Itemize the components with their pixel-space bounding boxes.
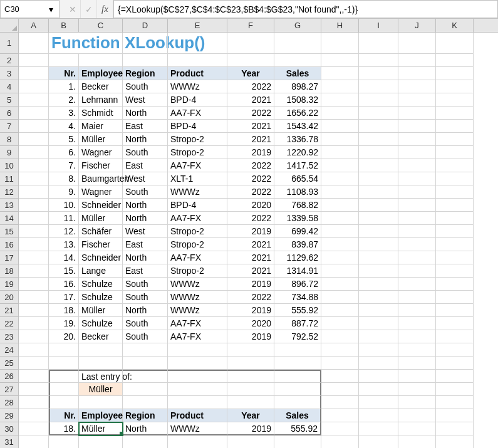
row-header[interactable]: 29: [0, 409, 19, 422]
data-nr[interactable]: 3.: [49, 107, 79, 120]
cell[interactable]: [321, 304, 359, 317]
cell[interactable]: [168, 357, 227, 370]
cell[interactable]: [359, 238, 398, 251]
cell[interactable]: [359, 33, 398, 54]
result-nr[interactable]: 18.: [49, 422, 79, 435]
data-year[interactable]: 2021: [227, 133, 274, 146]
cell[interactable]: [321, 409, 359, 422]
data-nr[interactable]: 2.: [49, 93, 79, 107]
data-product[interactable]: Stropo-2: [168, 264, 227, 278]
cell[interactable]: [359, 409, 398, 422]
row-header[interactable]: 18: [0, 264, 19, 278]
data-product[interactable]: Stropo-2: [168, 225, 227, 238]
cell[interactable]: [19, 93, 49, 107]
row-header[interactable]: 30: [0, 422, 19, 435]
cell[interactable]: [359, 304, 398, 317]
cell[interactable]: [436, 238, 474, 251]
data-nr[interactable]: 13.: [49, 238, 79, 251]
cell[interactable]: [321, 172, 359, 185]
cell[interactable]: [398, 278, 436, 291]
cell[interactable]: [436, 133, 474, 146]
cell[interactable]: [436, 120, 474, 133]
cell[interactable]: [398, 357, 436, 370]
cell[interactable]: [19, 33, 49, 54]
row-header[interactable]: 28: [0, 396, 19, 409]
cell[interactable]: [19, 383, 49, 396]
cell[interactable]: [398, 199, 436, 212]
row-header[interactable]: 21: [0, 304, 19, 317]
cell[interactable]: [436, 278, 474, 291]
box-cell[interactable]: [49, 396, 79, 409]
cell[interactable]: [398, 54, 436, 67]
cell[interactable]: [321, 357, 359, 370]
row-header[interactable]: 10: [0, 159, 19, 172]
data-year[interactable]: 2021: [227, 120, 274, 133]
cell[interactable]: [79, 357, 123, 370]
data-product[interactable]: WWWz: [168, 80, 227, 93]
cell[interactable]: [123, 435, 168, 448]
data-product[interactable]: AA7-FX: [168, 159, 227, 172]
cancel-icon[interactable]: ✕: [65, 0, 81, 18]
cell[interactable]: [321, 133, 359, 146]
data-sales[interactable]: 1108.93: [274, 185, 321, 199]
box-cell[interactable]: [123, 383, 168, 396]
box-cell[interactable]: [274, 383, 321, 396]
data-product[interactable]: WWWz: [168, 185, 227, 199]
data-year[interactable]: 2021: [227, 238, 274, 251]
cell[interactable]: [398, 291, 436, 304]
cell[interactable]: [19, 396, 49, 409]
cell[interactable]: [19, 357, 49, 370]
data-region[interactable]: South: [123, 80, 168, 93]
data-year[interactable]: 2021: [227, 93, 274, 107]
cell[interactable]: [398, 133, 436, 146]
result-header-sales[interactable]: Sales: [274, 409, 321, 422]
box-cell[interactable]: [168, 370, 227, 383]
cell[interactable]: [274, 33, 321, 54]
box-cell[interactable]: [274, 370, 321, 383]
row-header[interactable]: 12: [0, 185, 19, 199]
data-region[interactable]: West: [123, 172, 168, 185]
data-region[interactable]: North: [123, 133, 168, 146]
data-product[interactable]: BPD-4: [168, 93, 227, 107]
cell[interactable]: [398, 185, 436, 199]
cell[interactable]: [321, 212, 359, 225]
cell[interactable]: [79, 33, 123, 54]
confirm-icon[interactable]: ✓: [81, 0, 97, 18]
cell[interactable]: [398, 330, 436, 343]
formula-input[interactable]: [113, 0, 498, 18]
data-year[interactable]: 2019: [227, 278, 274, 291]
cell[interactable]: [436, 172, 474, 185]
data-product[interactable]: Stropo-2: [168, 146, 227, 159]
cell[interactable]: [19, 225, 49, 238]
data-product[interactable]: BPD-4: [168, 120, 227, 133]
cell[interactable]: [19, 199, 49, 212]
data-nr[interactable]: 17.: [49, 291, 79, 304]
cell[interactable]: [19, 67, 49, 80]
lookup-value[interactable]: Müller: [79, 383, 123, 396]
cell[interactable]: [436, 409, 474, 422]
data-year[interactable]: 2019: [227, 225, 274, 238]
row-header[interactable]: 24: [0, 343, 19, 357]
box-cell[interactable]: [227, 383, 274, 396]
cell[interactable]: [168, 33, 227, 54]
box-cell[interactable]: [123, 370, 168, 383]
cell[interactable]: [321, 199, 359, 212]
table-header-sales[interactable]: Sales: [274, 67, 321, 80]
cell[interactable]: [436, 435, 474, 448]
data-sales[interactable]: 734.88: [274, 291, 321, 304]
cell[interactable]: [227, 357, 274, 370]
col-header[interactable]: F: [227, 19, 274, 32]
cell[interactable]: [321, 317, 359, 330]
cell[interactable]: [359, 159, 398, 172]
data-product[interactable]: AA7-FX: [168, 107, 227, 120]
data-nr[interactable]: 11.: [49, 212, 79, 225]
cell[interactable]: [359, 396, 398, 409]
data-product[interactable]: AA7-FX: [168, 317, 227, 330]
cell[interactable]: [274, 435, 321, 448]
cell[interactable]: [19, 291, 49, 304]
cell[interactable]: [398, 251, 436, 264]
data-sales[interactable]: 1508.32: [274, 93, 321, 107]
data-region[interactable]: North: [123, 304, 168, 317]
result-header-year[interactable]: Year: [227, 409, 274, 422]
result-region[interactable]: North: [123, 422, 168, 435]
